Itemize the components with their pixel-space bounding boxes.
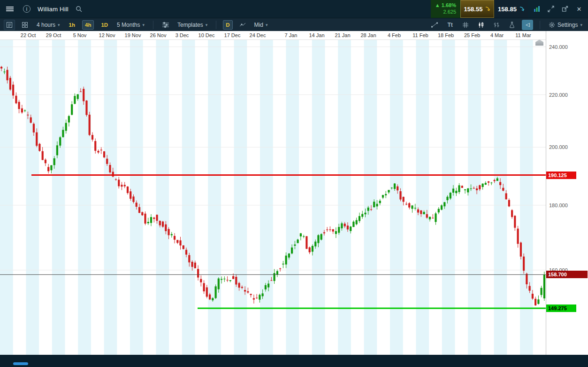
date-label: 4 Mar <box>490 32 504 38</box>
bottom-scrollbar[interactable] <box>0 355 588 367</box>
divider <box>153 21 153 29</box>
ohlc-type-button[interactable] <box>491 20 502 30</box>
period-d-button[interactable]: D <box>223 20 232 30</box>
date-label: 11 Mar <box>515 32 531 38</box>
change-absolute: 2.625 <box>443 9 456 16</box>
candlestick-type-button[interactable] <box>475 20 487 30</box>
date-label: 3 Dec <box>176 32 189 38</box>
expand-icon <box>548 6 554 12</box>
price-tick-label: 240.000 <box>549 44 568 50</box>
collapse-panel-icon: ◁ <box>526 22 529 28</box>
chevron-down-icon: ▾ <box>206 23 208 27</box>
quote-panel-button[interactable] <box>531 3 543 15</box>
date-label: 4 Feb <box>388 32 401 38</box>
date-label: 14 Jan <box>309 32 324 38</box>
trendline-tool-button[interactable] <box>429 20 440 30</box>
close-icon: ✕ <box>577 6 582 13</box>
change-percent: 1.68% <box>442 2 456 8</box>
timeframe-1d-button[interactable]: 1D <box>98 20 111 30</box>
price-tick-label: 220.000 <box>549 92 568 98</box>
order-ticket-button[interactable] <box>4 20 15 30</box>
search-button[interactable] <box>73 3 85 15</box>
timeframe-value: 4 hours <box>37 22 55 28</box>
order-ticket-icon <box>6 22 13 28</box>
templates-icon <box>162 22 169 28</box>
price-tick-label: 200.000 <box>549 144 568 150</box>
sell-arrow-icon <box>485 6 490 12</box>
up-arrow-icon: ▲ <box>435 2 440 8</box>
timeframe-1h-button[interactable]: 1h <box>66 20 78 30</box>
chevron-down-icon: ▾ <box>58 23 60 27</box>
date-label: 24 Dec <box>250 32 266 38</box>
candlestick-chart[interactable] <box>0 40 546 355</box>
grid-icon <box>462 22 469 28</box>
templates-dropdown[interactable]: Templates ▾ <box>176 21 209 29</box>
menu-button[interactable] <box>4 3 16 15</box>
search-icon <box>76 6 83 13</box>
text-tool-icon: Tt <box>447 22 452 28</box>
mid-price-button[interactable] <box>237 20 248 30</box>
price-axis[interactable]: 240.000220.000200.000180.000160.000190.1… <box>546 31 588 355</box>
date-label: 22 Oct <box>21 32 36 38</box>
fullscreen-button[interactable] <box>545 3 557 15</box>
grid-toggle-button[interactable] <box>460 20 471 30</box>
instrument-title: William Hill <box>38 6 69 13</box>
trading-app-window: { "top_bar": { "title": "William Hill", … <box>0 0 588 367</box>
trendline-icon <box>431 22 438 28</box>
range-value: 5 Months <box>117 22 140 28</box>
menu-icon <box>6 5 14 13</box>
chevron-down-icon: ▾ <box>266 23 268 27</box>
settings-dropdown[interactable]: Settings ▾ <box>547 21 584 29</box>
timeframe-dropdown[interactable]: 4 hours ▾ <box>35 21 62 29</box>
price-tick-label: 180.000 <box>549 203 568 208</box>
divider <box>216 21 216 29</box>
collapse-panel-button[interactable]: ◁ <box>522 20 533 30</box>
date-label: 10 Dec <box>199 32 215 38</box>
settings-gear-icon <box>549 22 555 28</box>
date-label: 18 Feb <box>438 32 454 38</box>
templates-button[interactable] <box>160 20 171 30</box>
date-label: 11 Feb <box>412 32 428 38</box>
buy-price-button[interactable]: 158.85 <box>494 0 528 18</box>
date-label: 5 Nov <box>73 32 87 38</box>
divider <box>540 21 540 29</box>
chevron-down-icon: ▾ <box>580 23 582 27</box>
timeframe-4h-button[interactable]: 4h <box>82 20 94 30</box>
range-dropdown[interactable]: 5 Months ▾ <box>115 21 146 29</box>
templates-label: Templates <box>177 22 203 28</box>
date-label: 21 Jan <box>335 32 350 38</box>
date-label: 17 Dec <box>224 32 241 38</box>
close-button[interactable]: ✕ <box>573 3 585 15</box>
popout-button[interactable] <box>559 3 571 15</box>
resistance-price-tag: 190.125 <box>546 172 576 179</box>
ohlc-chart-icon <box>493 22 500 28</box>
price-change-badge: ▲ 1.68% 2.625 <box>431 0 460 18</box>
top-bar: i William Hill ▲ 1.68% 2.625 158.55 <box>0 0 588 18</box>
price-mode-dropdown[interactable]: Mid ▾ <box>252 21 270 29</box>
indicators-button[interactable] <box>506 20 518 30</box>
date-label: 26 Nov <box>150 32 167 38</box>
sell-price: 158.55 <box>464 6 483 13</box>
date-label: 29 Oct <box>46 32 61 38</box>
mini-chart-icon <box>534 6 540 12</box>
layout-grid-button[interactable] <box>19 20 31 30</box>
scrollbar-thumb[interactable] <box>13 362 28 365</box>
text-tool-button[interactable]: Tt <box>444 20 456 30</box>
chart-toolbar: 4 hours ▾ 1h 4h 1D 5 Months ▾ Templates … <box>0 18 588 31</box>
mid-price-icon <box>239 22 246 28</box>
settings-label: Settings <box>557 22 578 28</box>
date-label: 7 Jan <box>285 32 298 38</box>
layout-grid-icon <box>22 22 28 28</box>
buy-arrow-icon <box>519 6 525 12</box>
last-price-tag: 158.700 <box>546 271 588 278</box>
sell-price-button[interactable]: 158.55 <box>460 0 494 18</box>
date-axis[interactable]: 22 Oct29 Oct5 Nov12 Nov19 Nov26 Nov3 Dec… <box>0 31 546 40</box>
candlestick-chart-icon <box>478 22 484 28</box>
info-icon: i <box>23 5 31 13</box>
date-label: 28 Jan <box>360 32 376 38</box>
support-price-tag: 149.275 <box>546 305 576 312</box>
date-label: 25 Feb <box>464 32 480 38</box>
flask-icon <box>509 22 515 28</box>
popout-icon <box>562 6 568 12</box>
info-button[interactable]: i <box>21 3 33 15</box>
